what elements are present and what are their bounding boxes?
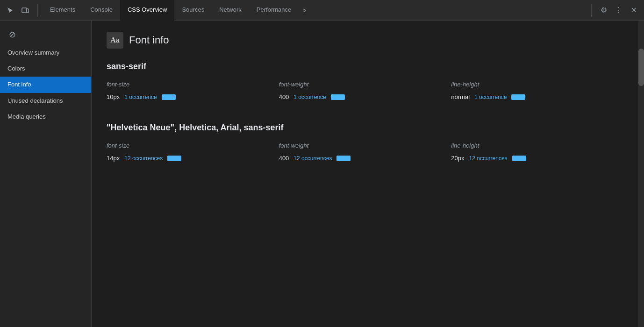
tab-sources[interactable]: Sources <box>174 0 212 21</box>
font-weight-occurrence-link-1[interactable]: 1 occurrence <box>293 94 326 100</box>
font-weight-header-2: font-weight <box>279 142 451 155</box>
font-size-row-1: 10px 1 occurrence <box>107 93 279 100</box>
sidebar-item-media-queries[interactable]: Media queries <box>0 109 91 125</box>
font-size-header-1: font-size <box>107 81 279 93</box>
font-weight-occurrence-link-2[interactable]: 12 occurrences <box>293 155 332 162</box>
content-area: Aa Font info sans-serif font-size 10px 1… <box>92 21 638 327</box>
font-weight-col-2: font-weight 400 12 occurrences <box>279 142 451 162</box>
font-weight-row-2: 400 12 occurrences <box>279 155 451 162</box>
line-height-col-2: line-height 20px 12 occurrences <box>451 142 623 162</box>
sidebar-item-colors[interactable]: Colors <box>0 61 91 77</box>
cursor-icon[interactable] <box>4 4 17 17</box>
font-table-2: font-size 14px 12 occurrences font-weigh… <box>107 142 623 162</box>
font-size-col-1: font-size 10px 1 occurrence <box>107 81 279 100</box>
settings-icon[interactable]: ⚙ <box>597 4 610 17</box>
sidebar-item-overview-summary[interactable]: Overview summary <box>0 45 91 61</box>
line-height-col-1: line-height normal 1 occurrence <box>451 81 623 100</box>
tab-more-button[interactable]: » <box>299 0 309 21</box>
svg-rect-1 <box>26 9 29 13</box>
tab-elements[interactable]: Elements <box>43 0 83 21</box>
prohibit-icon: ⊘ <box>6 28 19 41</box>
font-size-occurrence-link-2[interactable]: 12 occurrences <box>124 155 163 162</box>
scrollbar-track[interactable] <box>638 21 644 327</box>
font-size-header-2: font-size <box>107 142 279 155</box>
font-size-bar-2 <box>167 156 181 161</box>
font-size-bar-1 <box>162 94 176 100</box>
font-family-name-1: sans-serif <box>107 62 623 71</box>
more-options-icon[interactable]: ⋮ <box>612 4 625 17</box>
page-header: Aa Font info <box>107 32 623 49</box>
sidebar-top-icon-row: ⊘ <box>0 24 91 45</box>
close-icon[interactable]: × <box>627 4 640 17</box>
sidebar-item-unused-declarations[interactable]: Unused declarations <box>0 93 91 109</box>
font-weight-bar-1 <box>331 94 345 100</box>
sidebar-item-font-info[interactable]: Font info <box>0 77 91 92</box>
line-height-row-2: 20px 12 occurrences <box>451 155 623 162</box>
toolbar: Elements Console CSS Overview Sources Ne… <box>0 0 644 21</box>
line-height-bar-1 <box>511 94 525 100</box>
tab-performance[interactable]: Performance <box>249 0 299 21</box>
font-info-icon: Aa <box>107 32 123 49</box>
font-weight-header-1: font-weight <box>279 81 451 93</box>
sidebar: ⊘ Overview summary Colors Font info Unus… <box>0 21 92 327</box>
font-size-col-2: font-size 14px 12 occurrences <box>107 142 279 162</box>
font-size-row-2: 14px 12 occurrences <box>107 155 279 162</box>
toolbar-left-icons <box>4 4 38 17</box>
line-height-occurrence-link-1[interactable]: 1 occurrence <box>474 94 507 100</box>
page-title: Font info <box>129 34 169 46</box>
font-table-1: font-size 10px 1 occurrence font-weight … <box>107 81 623 100</box>
line-height-header-1: line-height <box>451 81 623 93</box>
font-weight-row-1: 400 1 occurrence <box>279 93 451 100</box>
font-weight-col-1: font-weight 400 1 occurrence <box>279 81 451 100</box>
font-weight-bar-2 <box>336 156 351 161</box>
tab-css-overview[interactable]: CSS Overview <box>120 0 175 21</box>
line-height-occurrence-link-2[interactable]: 12 occurrences <box>469 155 508 162</box>
font-family-name-2: "Helvetica Neue", Helvetica, Arial, sans… <box>107 123 623 133</box>
tab-network[interactable]: Network <box>212 0 249 21</box>
line-height-bar-2 <box>512 156 526 161</box>
font-section-sans-serif: sans-serif font-size 10px 1 occurrence f… <box>107 62 623 100</box>
font-size-occurrence-link-1[interactable]: 1 occurrence <box>124 94 157 100</box>
main-layout: ⊘ Overview summary Colors Font info Unus… <box>0 21 644 327</box>
device-toggle-icon[interactable] <box>19 4 32 17</box>
tab-list: Elements Console CSS Overview Sources Ne… <box>43 0 590 21</box>
font-section-helvetica: "Helvetica Neue", Helvetica, Arial, sans… <box>107 123 623 162</box>
line-height-header-2: line-height <box>451 142 623 155</box>
tab-console[interactable]: Console <box>83 0 120 21</box>
line-height-row-1: normal 1 occurrence <box>451 93 623 100</box>
toolbar-right: ⚙ ⋮ × <box>591 4 640 17</box>
scrollbar-thumb[interactable] <box>638 49 644 86</box>
